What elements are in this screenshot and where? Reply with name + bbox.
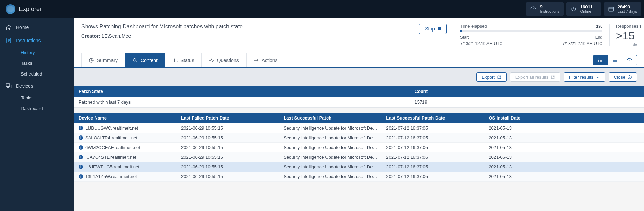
cell-last-success: Security Intelligence Update for Microso… (279, 162, 382, 172)
export-all-label: Export all results (515, 74, 548, 80)
gauge-icon (530, 6, 536, 12)
info-icon[interactable]: i (79, 155, 83, 159)
info-icon[interactable]: i (79, 135, 83, 140)
cell-count: 15719 (411, 97, 644, 108)
table-header-row: Device Name Last Failed Patch Date Last … (74, 113, 644, 123)
tab-actions[interactable]: Actions (246, 53, 285, 67)
search-icon (132, 58, 138, 63)
table-header-row: Patch State Count (74, 86, 644, 97)
sidebar-sub-scheduled[interactable]: Scheduled (0, 69, 74, 79)
col-patch-state[interactable]: Patch State (74, 86, 411, 97)
col-count[interactable]: Count (411, 86, 644, 97)
col-os-install[interactable]: OS Install Date (484, 113, 644, 123)
elapsed-label: Time elapsed (460, 24, 487, 29)
close-button[interactable]: Close (609, 72, 637, 82)
status-value: 16011 (580, 5, 593, 9)
export-label: Export (482, 74, 495, 80)
page-title: Shows Patching Dashboard for Microsoft p… (81, 24, 243, 30)
progress-bar (460, 30, 602, 32)
info-icon[interactable]: i (79, 174, 83, 179)
brand-name: Explorer (19, 6, 42, 13)
responses-sub: de (616, 42, 637, 46)
cell-os-install: 2021-05-13 (484, 133, 644, 143)
table-row[interactable]: iLIJBUUSWC.realtimeit.net2021-06-29 10:5… (74, 123, 644, 133)
info-icon[interactable]: i (79, 145, 83, 150)
table-row[interactable]: iSALO8LTR4.realtimeit.net2021-06-29 10:5… (74, 133, 644, 143)
sidebar-item-label: Devices (16, 83, 33, 89)
export-button[interactable]: Export (476, 72, 507, 82)
progress-fill (460, 30, 462, 32)
tab-status[interactable]: Status (165, 53, 202, 67)
tab-questions[interactable]: Questions (202, 53, 246, 67)
stop-icon (438, 27, 441, 30)
end-label: End (563, 35, 602, 40)
status-period[interactable]: 28493 Last 7 days (604, 2, 641, 16)
svg-rect-2 (6, 84, 10, 87)
cell-last-success-date: 2021-07-12 16:37:05 (382, 143, 484, 152)
close-icon (627, 75, 632, 79)
tab-content[interactable]: Content (125, 53, 165, 67)
cell-os-install: 2021-05-13 (484, 143, 644, 152)
view-grid-button[interactable] (593, 55, 608, 65)
logo-icon (6, 4, 15, 14)
cell-os-install: 2021-05-13 (484, 152, 644, 162)
status-online[interactable]: 16011 Online (566, 2, 601, 16)
stop-label: Stop (425, 26, 435, 32)
info-icon[interactable]: i (79, 165, 83, 169)
svg-rect-0 (609, 7, 614, 11)
col-device-name[interactable]: Device Name (74, 113, 177, 123)
view-list-button[interactable] (608, 55, 622, 65)
creator-label: Creator: (81, 33, 100, 39)
brand-area: Explorer (6, 4, 42, 14)
cell-last-success: Security Intelligence Update for Microso… (279, 143, 382, 152)
cell-last-failed: 2021-06-29 10:55:15 (177, 162, 279, 172)
table-row[interactable]: i13L1A1Z5W.realtimeit.net2021-06-29 10:5… (74, 172, 644, 182)
table-row[interactable]: Patched within last 7 days15719 (74, 97, 644, 108)
topbar: Explorer 9 Instructions 16011 Online 284… (0, 0, 644, 18)
responses-value: >15 (616, 29, 637, 42)
calendar-icon (608, 6, 614, 12)
status-instructions[interactable]: 9 Instructions (526, 2, 563, 16)
cell-last-failed: 2021-06-29 10:55:15 (177, 133, 279, 143)
cell-last-failed: 2021-06-29 10:55:15 (177, 152, 279, 162)
tab-label: Content (141, 58, 158, 63)
cell-os-install: 2021-05-13 (484, 172, 644, 182)
cell-device: iLIJBUUSWC.realtimeit.net (74, 123, 177, 133)
chevron-down-icon (596, 75, 600, 79)
sidebar-sub-history[interactable]: History (0, 47, 74, 58)
external-icon (497, 75, 501, 79)
sidebar: Home Instructions History Tasks Schedule… (0, 18, 74, 211)
filter-button[interactable]: Filter results (564, 72, 605, 82)
col-last-success-date[interactable]: Last Successful Patch Date (382, 113, 484, 123)
table-row[interactable]: iH6JEWTHG5.realtimeit.net2021-06-29 10:5… (74, 162, 644, 172)
devices-icon (6, 83, 12, 89)
external-icon (551, 75, 555, 79)
stop-button[interactable]: Stop (419, 24, 447, 34)
cell-last-failed: 2021-06-29 10:55:15 (177, 123, 279, 133)
view-dashboard-button[interactable] (622, 55, 637, 65)
col-last-success[interactable]: Last Successful Patch (279, 113, 382, 123)
sidebar-item-instructions[interactable]: Instructions (0, 34, 74, 47)
cell-device: i6WM2OCEAF.realtimeit.net (74, 143, 177, 152)
grid-icon (598, 58, 603, 63)
svg-point-5 (133, 59, 136, 61)
cell-last-success-date: 2021-07-12 16:37:05 (382, 172, 484, 182)
info-icon[interactable]: i (79, 126, 83, 130)
pie-icon (89, 58, 94, 63)
table-row[interactable]: i6WM2OCEAF.realtimeit.net2021-06-29 10:5… (74, 143, 644, 152)
tab-summary[interactable]: Summary (81, 53, 125, 67)
sidebar-sub-dashboard[interactable]: Dashboard (0, 103, 74, 114)
status-label: Instructions (540, 9, 559, 14)
content-area: Shows Patching Dashboard for Microsoft p… (74, 18, 644, 211)
cell-device: iSALO8LTR4.realtimeit.net (74, 133, 177, 143)
cell-device: iH6JEWTHG5.realtimeit.net (74, 162, 177, 172)
svg-point-6 (599, 59, 599, 59)
table-row[interactable]: iIUA7C4STL.realtimeit.net2021-06-29 10:5… (74, 152, 644, 162)
tab-label: Questions (217, 58, 239, 63)
col-last-failed[interactable]: Last Failed Patch Date (177, 113, 279, 123)
creator-line: Creator: 1E\Sean.Mee (81, 33, 243, 39)
sidebar-item-devices[interactable]: Devices (0, 79, 74, 93)
sidebar-sub-table[interactable]: Table (0, 93, 74, 103)
sidebar-item-home[interactable]: Home (0, 21, 74, 34)
sidebar-sub-tasks[interactable]: Tasks (0, 58, 74, 69)
